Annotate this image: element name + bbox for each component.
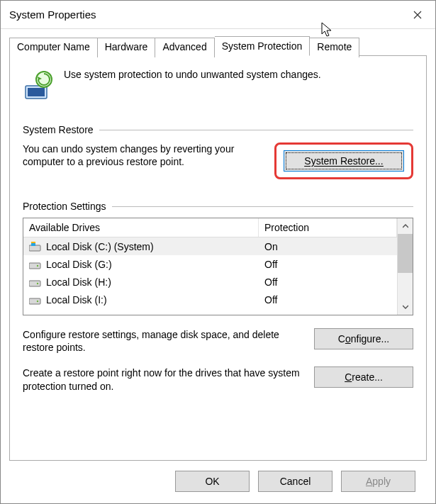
divider [99,130,413,130]
drive-name: Local Disk (G:) [46,259,112,270]
close-icon [413,11,422,19]
apply-button[interactable]: Apply [341,471,415,492]
close-button[interactable] [400,1,435,28]
drive-cell: Local Disk (C:) (System) [23,241,259,252]
chevron-up-icon [403,224,408,228]
protection-cell: Off [259,259,397,270]
scroll-track[interactable] [398,273,413,299]
intro-text: Use system protection to undo unwanted s… [64,69,321,80]
svg-point-11 [37,300,38,301]
column-header-protection[interactable]: Protection [259,218,397,237]
drive-name: Local Disk (I:) [46,294,107,306]
divider [112,206,413,207]
available-drives-list: Available Drives Protection Local Disk (… [23,218,413,315]
protection-cell: Off [259,276,397,288]
disk-system-icon [29,242,42,252]
system-restore-highlight: System Restore... [274,142,413,179]
svg-rect-6 [29,263,40,269]
create-text: Create a restore point right now for the… [23,366,304,392]
table-row[interactable]: Local Disk (G:) Off [23,255,397,273]
svg-rect-10 [29,298,40,304]
apply-button-label: Apply [366,476,391,487]
content: Computer Name Hardware Advanced System P… [1,29,435,503]
drive-name: Local Disk (H:) [46,276,111,288]
table-row[interactable]: Local Disk (C:) (System) On [23,237,397,255]
drive-name: Local Disk (C:) (System) [46,241,154,252]
dialog-footer: OK Cancel Apply [9,461,427,503]
svg-rect-5 [31,242,35,243]
tab-computer-name[interactable]: Computer Name [9,38,98,57]
drive-cell: Local Disk (H:) [23,276,259,288]
column-header-drives[interactable]: Available Drives [23,218,259,237]
system-restore-button-label: System Restore... [304,155,383,167]
ok-button[interactable]: OK [175,471,250,492]
tab-hardware[interactable]: Hardware [98,38,156,57]
create-button[interactable]: Create... [314,366,413,388]
create-row: Create a restore point right now for the… [23,366,413,392]
window-title: System Properties [9,9,96,21]
configure-button-label: Configure... [338,333,389,345]
system-restore-text: You can undo system changes by reverting… [23,142,267,168]
configure-row: Configure restore settings, manage disk … [23,328,413,354]
tab-remote[interactable]: Remote [310,38,359,57]
system-protection-icon [23,69,54,100]
group-system-restore-title: System Restore [23,124,413,135]
svg-point-9 [37,282,38,284]
cancel-button[interactable]: Cancel [258,471,332,492]
tab-system-protection[interactable]: System Protection [215,36,311,56]
svg-rect-1 [28,88,45,96]
scroll-up-button[interactable] [398,218,413,234]
configure-button[interactable]: Configure... [314,328,413,349]
disk-icon [29,259,42,269]
drive-rows: Local Disk (C:) (System) On Local Disk (… [23,237,397,308]
configure-text: Configure restore settings, manage disk … [23,328,304,354]
system-properties-window: System Properties Computer Name Hardware… [0,0,436,504]
svg-rect-3 [29,245,40,251]
create-button-label: Create... [345,371,383,383]
disk-icon [29,277,42,287]
group-label: System Restore [23,124,94,135]
tab-panel-system-protection: Use system protection to undo unwanted s… [9,55,427,461]
scroll-thumb[interactable] [398,234,413,273]
group-protection-settings-title: Protection Settings [23,201,413,212]
svg-point-7 [37,264,38,266]
drive-header: Available Drives Protection [23,218,397,237]
protection-cell: Off [259,294,397,306]
system-restore-button[interactable]: System Restore... [284,150,404,172]
disk-icon [29,295,42,305]
protection-cell: On [259,241,397,252]
scrollbar[interactable] [397,218,413,315]
svg-rect-8 [29,281,40,286]
table-row[interactable]: Local Disk (I:) Off [23,291,397,308]
drive-columns: Available Drives Protection Local Disk (… [23,218,397,315]
drive-cell: Local Disk (G:) [23,259,259,270]
tabs: Computer Name Hardware Advanced System P… [9,36,427,56]
table-row[interactable]: Local Disk (H:) Off [23,273,397,291]
titlebar: System Properties [1,1,435,29]
chevron-down-icon [403,305,408,309]
intro-row: Use system protection to undo unwanted s… [23,69,413,100]
drive-cell: Local Disk (I:) [23,294,259,306]
scroll-down-button[interactable] [398,299,413,315]
group-label: Protection Settings [23,201,106,212]
tab-advanced[interactable]: Advanced [155,38,214,57]
system-restore-row: You can undo system changes by reverting… [23,142,413,179]
